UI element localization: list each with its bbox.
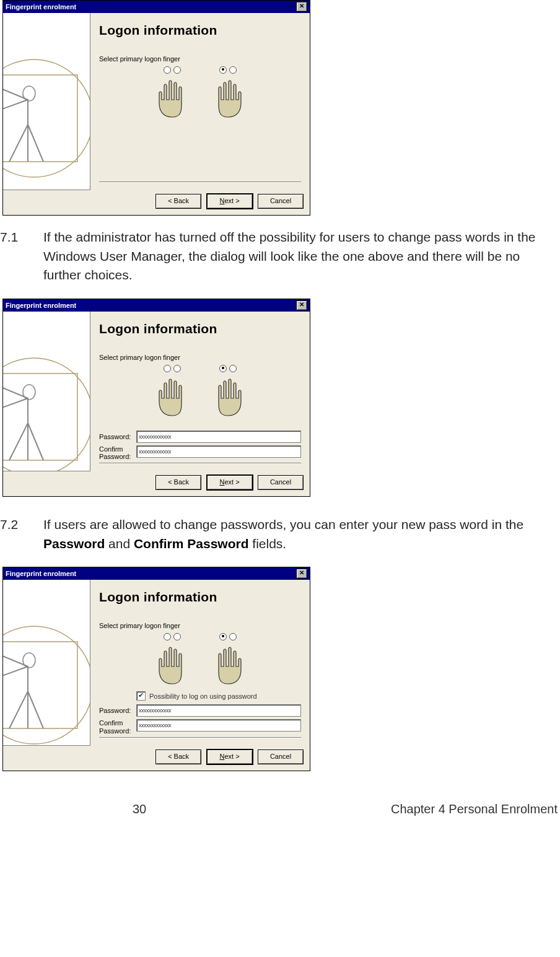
cancel-button[interactable]: Cancel (258, 194, 304, 209)
finger-radio-selected[interactable] (219, 633, 227, 640)
finger-radio[interactable] (229, 633, 237, 640)
titlebar-text: Fingerprint enrolment (6, 3, 296, 11)
instruction-text: Select primary logon finger (99, 622, 301, 629)
wizard-graphic (3, 13, 90, 190)
instruction-text: Select primary logon finger (99, 354, 301, 361)
para-number: 7.1 (0, 228, 43, 284)
titlebar: Fingerprint enrolment ✕ (3, 567, 310, 580)
wizard-graphic (3, 580, 90, 746)
finger-radio[interactable] (229, 365, 237, 372)
chapter-label: Chapter 4 Personal Enrolment (279, 802, 560, 816)
confirm-password-input[interactable]: xxxxxxxxxxxxx (136, 719, 301, 732)
svg-rect-7 (3, 642, 77, 728)
finger-radio[interactable] (229, 66, 237, 74)
separator (99, 463, 301, 464)
right-hand-icon (206, 75, 250, 118)
password-input[interactable]: xxxxxxxxxxxxx (136, 704, 301, 717)
finger-radio-selected[interactable] (219, 365, 227, 372)
para-number: 7.2 (0, 515, 43, 553)
confirm-password-label: Confirm Password: (99, 719, 136, 734)
logon-password-checkbox[interactable]: ✔ (136, 691, 146, 701)
dialog-heading: Logon information (99, 590, 301, 605)
page-footer: 30 Chapter 4 Personal Enrolment (0, 802, 560, 816)
para-body: If the administrator has turned off the … (43, 228, 560, 284)
para-body: If users are allowed to change passwords… (43, 515, 560, 553)
finger-radio-selected[interactable] (219, 66, 227, 74)
next-button[interactable]: Next > (207, 749, 253, 764)
para-bold: Confirm Password (134, 536, 249, 551)
confirm-password-input[interactable]: xxxxxxxxxxxxx (136, 445, 301, 458)
close-icon[interactable]: ✕ (296, 2, 307, 12)
svg-rect-4 (3, 374, 77, 460)
finger-radio[interactable] (173, 633, 181, 640)
password-input[interactable]: xxxxxxxxxxxxx (136, 430, 301, 443)
dialog-logon-pass: Fingerprint enrolment ✕ Logon informatio… (2, 299, 310, 497)
finger-radio[interactable] (164, 633, 171, 640)
cancel-button[interactable]: Cancel (258, 475, 304, 490)
dialog-logon-nopass: Fingerprint enrolment ✕ Logon informatio… (2, 0, 310, 216)
finger-radio[interactable] (173, 365, 181, 372)
dialog-heading: Logon information (99, 321, 301, 336)
left-hand-icon (151, 374, 194, 417)
page-number: 30 (0, 802, 279, 816)
close-icon[interactable]: ✕ (296, 300, 307, 310)
back-button[interactable]: < Back (155, 475, 201, 490)
svg-point-8 (23, 653, 35, 668)
left-hand-icon (151, 75, 194, 118)
finger-radio[interactable] (164, 66, 171, 74)
vitruvian-icon (3, 50, 90, 186)
right-hand-icon (206, 642, 250, 685)
titlebar-text: Fingerprint enrolment (6, 570, 296, 577)
next-button[interactable]: Next > (207, 475, 253, 490)
paragraph-7-2: 7.2 If users are allowed to change passw… (0, 515, 560, 553)
para-text: If users are allowed to change passwords… (43, 517, 523, 531)
vitruvian-icon (3, 349, 90, 472)
password-label: Password: (99, 433, 136, 440)
next-button[interactable]: Next > (207, 194, 253, 209)
vitruvian-icon (3, 617, 90, 746)
right-hand-icon (206, 374, 250, 417)
para-text: and (105, 536, 134, 551)
cancel-button[interactable]: Cancel (258, 749, 304, 764)
finger-radio[interactable] (164, 365, 171, 372)
titlebar: Fingerprint enrolment ✕ (3, 299, 310, 312)
confirm-password-label: Confirm Password: (99, 445, 136, 460)
svg-point-5 (23, 385, 35, 400)
close-icon[interactable]: ✕ (296, 569, 307, 579)
titlebar-text: Fingerprint enrolment (6, 302, 296, 309)
back-button[interactable]: < Back (155, 194, 201, 209)
finger-selector[interactable] (99, 633, 301, 685)
titlebar: Fingerprint enrolment ✕ (3, 1, 310, 13)
separator (99, 737, 301, 738)
password-label: Password: (99, 707, 136, 714)
svg-rect-1 (3, 75, 77, 162)
separator (99, 181, 301, 183)
svg-point-2 (23, 86, 35, 101)
dialog-heading: Logon information (99, 23, 301, 38)
para-bold: Password (43, 536, 105, 551)
paragraph-7-1: 7.1 If the administrator has turned off … (0, 228, 560, 284)
finger-selector[interactable] (99, 365, 301, 417)
finger-selector[interactable] (99, 66, 301, 118)
checkbox-label: Possibility to log on using password (149, 693, 257, 700)
back-button[interactable]: < Back (155, 749, 201, 764)
para-text: fields. (248, 536, 286, 551)
finger-radio[interactable] (173, 66, 181, 74)
instruction-text: Select primary logon finger (99, 55, 301, 63)
wizard-graphic (3, 312, 90, 472)
left-hand-icon (151, 642, 194, 685)
dialog-logon-checkbox: Fingerprint enrolment ✕ Logon informatio… (2, 567, 310, 771)
